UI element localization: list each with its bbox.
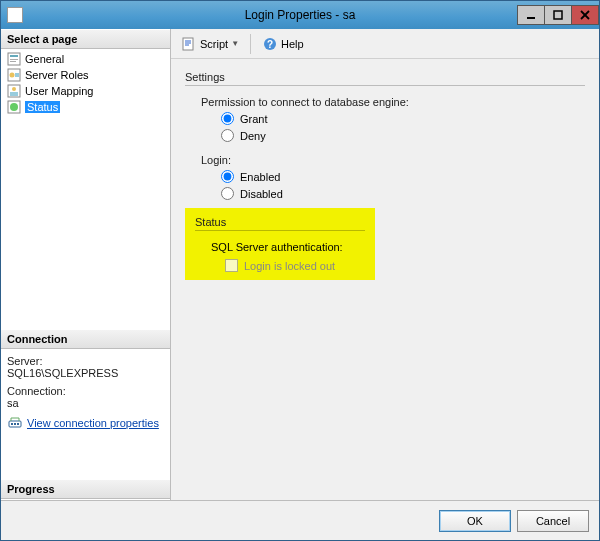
svg-rect-18: [14, 423, 16, 425]
group-divider: [195, 230, 365, 231]
dialog-window: Login Properties - sa Select a page: [0, 0, 600, 541]
toolbar: Script ▼ ? Help: [171, 29, 599, 59]
locked-out-checkbox: [225, 259, 238, 272]
login-label: Login:: [201, 154, 585, 166]
svg-rect-20: [183, 38, 193, 50]
bottom-button-bar: OK Cancel: [1, 500, 599, 540]
svg-point-9: [10, 73, 15, 78]
grant-label: Grant: [240, 113, 268, 125]
svg-rect-19: [17, 423, 19, 425]
enabled-radio[interactable]: [221, 170, 234, 183]
svg-rect-13: [10, 92, 18, 96]
connection-header: Connection: [1, 329, 170, 349]
page-item-general[interactable]: General: [1, 51, 170, 67]
status-highlight-box: Status SQL Server authentication: Login …: [185, 208, 375, 280]
page-icon: [7, 52, 21, 66]
svg-text:?: ?: [267, 39, 273, 50]
svg-rect-5: [10, 55, 18, 57]
page-icon: [7, 84, 21, 98]
svg-rect-7: [10, 61, 16, 62]
sqlauth-label: SQL Server authentication:: [211, 241, 365, 253]
permission-deny-row[interactable]: Deny: [221, 129, 585, 142]
page-item-server-roles[interactable]: Server Roles: [1, 67, 170, 83]
page-item-user-mapping[interactable]: User Mapping: [1, 83, 170, 99]
svg-point-12: [12, 87, 16, 91]
grant-radio[interactable]: [221, 112, 234, 125]
maximize-button[interactable]: [544, 5, 572, 25]
help-button[interactable]: ? Help: [258, 34, 308, 54]
settings-group-title: Settings: [185, 71, 585, 83]
page-label: User Mapping: [25, 85, 93, 97]
page-label: Server Roles: [25, 69, 89, 81]
server-value: SQL16\SQLEXPRESS: [7, 367, 164, 379]
window-title: Login Properties - sa: [1, 8, 599, 22]
page-label: General: [25, 53, 64, 65]
enabled-label: Enabled: [240, 171, 280, 183]
disabled-label: Disabled: [240, 188, 283, 200]
connection-value: sa: [7, 397, 164, 409]
progress-header: Progress: [1, 479, 170, 499]
deny-label: Deny: [240, 130, 266, 142]
permission-label: Permission to connect to database engine…: [201, 96, 585, 108]
svg-rect-1: [554, 11, 562, 19]
script-icon: [181, 36, 197, 52]
svg-point-15: [10, 103, 18, 111]
help-label: Help: [281, 38, 304, 50]
status-group-title: Status: [195, 216, 365, 228]
cancel-button[interactable]: Cancel: [517, 510, 589, 532]
sidebar: Select a page General Server Roles: [1, 29, 171, 500]
close-button[interactable]: [571, 5, 599, 25]
page-item-status[interactable]: Status: [1, 99, 170, 115]
help-icon: ?: [262, 36, 278, 52]
connection-label: Connection:: [7, 385, 164, 397]
locked-out-row: Login is locked out: [225, 259, 365, 272]
svg-rect-17: [11, 423, 13, 425]
script-label: Script: [200, 38, 228, 50]
dropdown-caret-icon: ▼: [231, 39, 239, 48]
login-disabled-row[interactable]: Disabled: [221, 187, 585, 200]
select-page-header: Select a page: [1, 29, 170, 49]
dialog-body: Select a page General Server Roles: [1, 29, 599, 500]
ok-button[interactable]: OK: [439, 510, 511, 532]
permission-grant-row[interactable]: Grant: [221, 112, 585, 125]
server-label: Server:: [7, 355, 164, 367]
page-label: Status: [25, 101, 60, 113]
content-area: Settings Permission to connect to databa…: [171, 59, 599, 500]
minimize-button[interactable]: [517, 5, 545, 25]
toolbar-separator: [250, 34, 251, 54]
main-pane: Script ▼ ? Help Settings Permission to c…: [171, 29, 599, 500]
deny-radio[interactable]: [221, 129, 234, 142]
disabled-radio[interactable]: [221, 187, 234, 200]
window-buttons: [518, 5, 599, 25]
page-icon: [7, 68, 21, 82]
svg-rect-6: [10, 59, 18, 60]
page-list: General Server Roles User Mapping: [1, 49, 170, 329]
script-button[interactable]: Script ▼: [177, 34, 243, 54]
connection-icon: [7, 415, 23, 431]
connection-section: Server: SQL16\SQLEXPRESS Connection: sa …: [1, 349, 170, 479]
view-connection-properties-link[interactable]: View connection properties: [7, 415, 164, 431]
page-icon: [7, 100, 21, 114]
group-divider: [185, 85, 585, 86]
titlebar: Login Properties - sa: [1, 1, 599, 29]
view-connection-properties-label: View connection properties: [27, 417, 159, 429]
locked-out-label: Login is locked out: [244, 260, 335, 272]
login-enabled-row[interactable]: Enabled: [221, 170, 585, 183]
svg-rect-10: [15, 73, 19, 77]
